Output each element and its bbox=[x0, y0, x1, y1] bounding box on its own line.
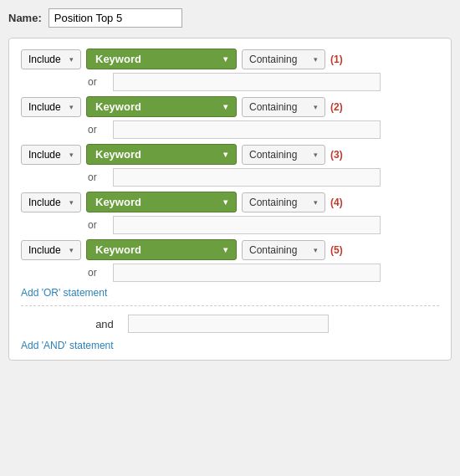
condition-group-4: Include ▾ Keyword ▾ Containing ▾ (4) or bbox=[21, 192, 439, 234]
include-button-3[interactable]: Include ▾ bbox=[21, 145, 81, 165]
keyword-chevron-3: ▾ bbox=[223, 150, 227, 159]
or-label-2: or bbox=[88, 124, 108, 136]
name-input[interactable] bbox=[49, 8, 182, 28]
containing-chevron-5: ▾ bbox=[314, 246, 318, 254]
or-label-1: or bbox=[88, 76, 108, 88]
main-panel: Include ▾ Keyword ▾ Containing ▾ (1) or bbox=[8, 38, 452, 361]
containing-select-5[interactable]: Containing ▾ bbox=[242, 240, 325, 260]
containing-chevron-4: ▾ bbox=[314, 198, 318, 207]
condition-row-2: Include ▾ Keyword ▾ Containing ▾ (2) bbox=[21, 96, 439, 117]
row-number-3: (3) bbox=[330, 149, 347, 161]
or-input-1[interactable] bbox=[113, 73, 381, 91]
keyword-chevron-2: ▾ bbox=[223, 102, 227, 111]
or-row-2: or bbox=[88, 120, 439, 139]
or-row-4: or bbox=[88, 216, 439, 234]
condition-group-5: Include ▾ Keyword ▾ Containing ▾ (5) or bbox=[21, 239, 439, 282]
keyword-chevron-4: ▾ bbox=[223, 197, 227, 207]
containing-chevron-3: ▾ bbox=[314, 151, 318, 159]
condition-group-3: Include ▾ Keyword ▾ Containing ▾ (3) or bbox=[21, 144, 439, 187]
keyword-chevron-1: ▾ bbox=[223, 54, 227, 64]
row-number-1: (1) bbox=[330, 54, 347, 65]
include-chevron-2: ▾ bbox=[69, 103, 74, 111]
add-and-link[interactable]: Add 'AND' statement bbox=[21, 340, 439, 351]
condition-group-2: Include ▾ Keyword ▾ Containing ▾ (2) or bbox=[21, 96, 439, 139]
keyword-select-5[interactable]: Keyword ▾ bbox=[86, 239, 237, 260]
row-number-4: (4) bbox=[330, 197, 347, 208]
or-input-2[interactable] bbox=[113, 120, 381, 139]
condition-row-5: Include ▾ Keyword ▾ Containing ▾ (5) bbox=[21, 239, 439, 260]
or-row-5: or bbox=[88, 264, 439, 282]
include-chevron-3: ▾ bbox=[69, 151, 74, 159]
keyword-chevron-5: ▾ bbox=[223, 245, 227, 254]
keyword-select-1[interactable]: Keyword ▾ bbox=[86, 49, 237, 69]
or-input-5[interactable] bbox=[113, 264, 381, 282]
keyword-select-3[interactable]: Keyword ▾ bbox=[86, 144, 237, 165]
keyword-select-4[interactable]: Keyword ▾ bbox=[86, 192, 237, 212]
condition-row-1: Include ▾ Keyword ▾ Containing ▾ (1) bbox=[21, 49, 439, 69]
or-label-3: or bbox=[88, 171, 108, 183]
and-row: and bbox=[21, 315, 439, 333]
include-button-2[interactable]: Include ▾ bbox=[21, 97, 81, 117]
include-button-4[interactable]: Include ▾ bbox=[21, 192, 81, 212]
row-number-5: (5) bbox=[330, 244, 347, 256]
or-label-5: or bbox=[88, 267, 108, 279]
condition-row-4: Include ▾ Keyword ▾ Containing ▾ (4) bbox=[21, 192, 439, 212]
or-row-1: or bbox=[88, 73, 439, 91]
and-label: and bbox=[88, 318, 121, 330]
include-button-1[interactable]: Include ▾ bbox=[21, 49, 81, 69]
containing-chevron-1: ▾ bbox=[314, 55, 318, 64]
name-label: Name: bbox=[8, 12, 42, 24]
containing-chevron-2: ▾ bbox=[314, 103, 318, 111]
name-row: Name: bbox=[8, 8, 452, 28]
containing-select-2[interactable]: Containing ▾ bbox=[242, 97, 325, 117]
include-chevron-5: ▾ bbox=[69, 246, 74, 254]
include-chevron-1: ▾ bbox=[69, 55, 74, 64]
or-row-3: or bbox=[88, 168, 439, 187]
and-input[interactable] bbox=[128, 315, 329, 333]
containing-select-1[interactable]: Containing ▾ bbox=[242, 49, 325, 69]
add-or-link[interactable]: Add 'OR' statement bbox=[21, 287, 439, 299]
condition-group-1: Include ▾ Keyword ▾ Containing ▾ (1) or bbox=[21, 49, 439, 91]
keyword-select-2[interactable]: Keyword ▾ bbox=[86, 96, 237, 117]
include-chevron-4: ▾ bbox=[69, 198, 74, 207]
or-label-4: or bbox=[88, 219, 108, 231]
containing-select-3[interactable]: Containing ▾ bbox=[242, 145, 325, 165]
containing-select-4[interactable]: Containing ▾ bbox=[242, 192, 325, 212]
page-wrapper: Name: Include ▾ Keyword ▾ Containing ▾ (… bbox=[0, 0, 460, 476]
row-number-2: (2) bbox=[330, 101, 347, 113]
or-input-4[interactable] bbox=[113, 216, 381, 234]
condition-row-3: Include ▾ Keyword ▾ Containing ▾ (3) bbox=[21, 144, 439, 165]
or-input-3[interactable] bbox=[113, 168, 381, 187]
and-section: and Add 'AND' statement bbox=[21, 305, 439, 351]
include-button-5[interactable]: Include ▾ bbox=[21, 240, 81, 260]
